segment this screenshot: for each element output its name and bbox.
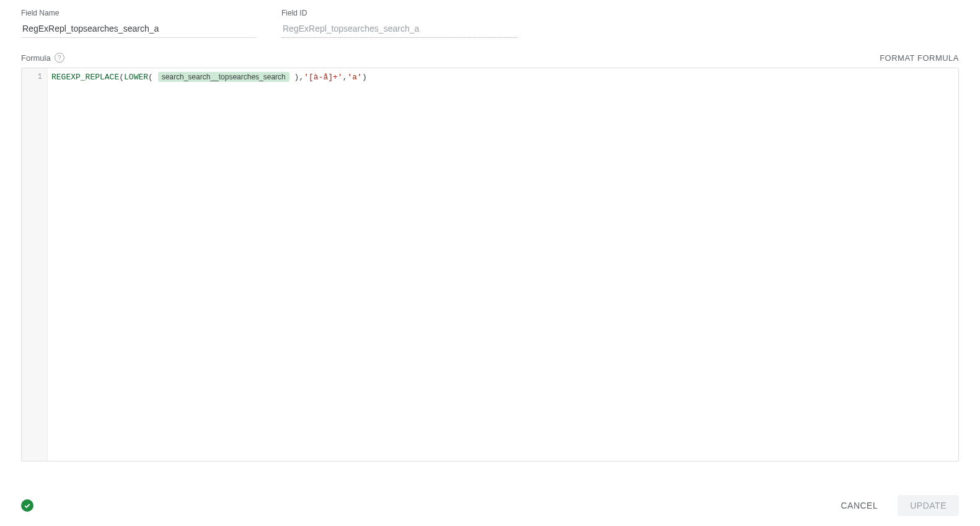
code-area[interactable]: REGEXP_REPLACE(LOWER( search_search__top… xyxy=(48,68,958,461)
footer-bar: CANCEL UPDATE xyxy=(0,491,980,526)
update-button[interactable]: UPDATE xyxy=(898,495,959,516)
token-string: '[à-å]+' xyxy=(304,73,342,82)
valid-check-icon xyxy=(21,499,33,512)
token-paren: ) xyxy=(362,73,367,82)
field-id-input xyxy=(281,21,517,38)
field-name-label: Field Name xyxy=(21,9,257,17)
token-function: REGEXP_REPLACE xyxy=(51,73,119,82)
dimension-chip[interactable]: search_search__topsearches_search xyxy=(158,72,289,82)
line-number: 1 xyxy=(22,71,47,83)
token-paren: ( xyxy=(119,73,124,82)
format-formula-button[interactable]: FORMAT FORMULA xyxy=(880,53,959,63)
token-string: 'a' xyxy=(347,73,361,82)
token-function: LOWER xyxy=(124,73,148,82)
formula-label: Formula xyxy=(21,53,51,63)
help-icon[interactable]: ? xyxy=(55,53,64,63)
editor-gutter: 1 xyxy=(22,68,48,461)
token-paren: ( xyxy=(148,73,153,82)
cancel-button[interactable]: CANCEL xyxy=(829,496,889,515)
field-id-group: Field ID xyxy=(281,9,517,38)
field-id-label: Field ID xyxy=(281,9,517,17)
field-name-input[interactable] xyxy=(21,21,257,38)
field-name-group: Field Name xyxy=(21,9,257,38)
formula-editor[interactable]: 1 REGEXP_REPLACE(LOWER( search_search__t… xyxy=(21,68,959,461)
